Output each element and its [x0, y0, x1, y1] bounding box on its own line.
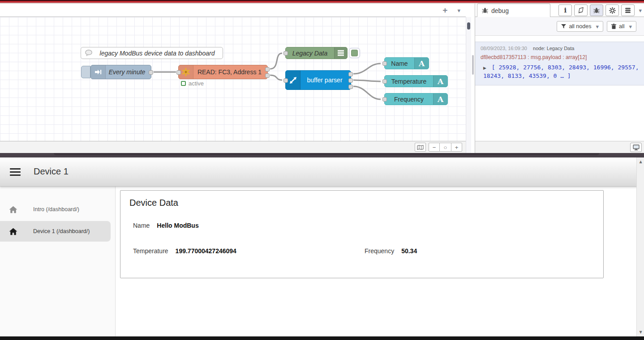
input-port[interactable] [283, 51, 288, 55]
field-label: Name [133, 222, 150, 229]
nav-item-device1[interactable]: Device 1 (/dashboard/) [0, 221, 111, 242]
nav-item-intro[interactable]: Intro (/dashboard/) [0, 199, 111, 220]
input-port[interactable] [382, 61, 387, 66]
field-temperature: Temperature 199.77000427246094 [133, 247, 236, 255]
bug-icon [593, 8, 600, 13]
wire[interactable] [270, 53, 282, 69]
input-port[interactable] [283, 78, 288, 83]
zoom-out-button[interactable]: − [429, 143, 440, 152]
funnel-icon [561, 24, 566, 29]
input-port[interactable] [176, 70, 181, 75]
debug-tab-button[interactable] [590, 4, 603, 16]
field-name: Name Hello ModBus [133, 222, 199, 229]
field-label: Temperature [133, 247, 168, 255]
buffer-parser-node[interactable]: buffer parser [285, 70, 351, 90]
ui-text-node-label: Temperature [385, 78, 433, 85]
scroll-up-arrow[interactable]: ▲ [637, 160, 644, 164]
debug-footer [475, 141, 644, 153]
ui-text-node-label: Name [385, 60, 414, 67]
ui-text-node-label: Frequency [385, 96, 433, 103]
add-flow-button[interactable]: + [442, 5, 447, 15]
flow-workspace: + ▾ legacy ModBus [0, 4, 466, 153]
dashboard-scrollbar[interactable]: ▲ ▼ [636, 157, 644, 336]
flow-canvas[interactable]: legacy ModBus device data to dashboard E… [0, 17, 466, 141]
debug-node-label: Legacy Data [286, 50, 334, 57]
info-tab-button[interactable]: i [558, 4, 572, 16]
input-port[interactable] [382, 79, 387, 84]
debug-msg-timestamp: 08/09/2023, 16:09:30 [481, 46, 527, 51]
node-red-editor: + ▾ legacy ModBus [0, 4, 644, 153]
output-port-2[interactable] [348, 78, 353, 83]
home-icon [9, 228, 17, 235]
menu-hamburger-button[interactable] [10, 168, 21, 176]
zoom-in-button[interactable]: + [451, 143, 462, 152]
debug-node[interactable]: Legacy Data [285, 47, 348, 59]
modbus-read-node[interactable]: READ: FC3, Address 1 [178, 65, 268, 79]
wire[interactable] [353, 80, 381, 81]
debug-clear-label: all [619, 23, 625, 30]
navigator-map-button[interactable] [415, 143, 426, 152]
field-value: 50.34 [401, 247, 417, 255]
tab-debug-label: debug [491, 7, 509, 14]
ui-text-node-temperature[interactable]: Temperature A [384, 75, 448, 87]
output-port-2[interactable] [265, 73, 270, 78]
scrollbar-thumb[interactable] [467, 22, 470, 30]
dashboard-nav-sidebar: Intro (/dashboard/) Device 1 (/dashboard… [0, 187, 116, 336]
debug-toolbar: all nodes ▾ all ▾ [475, 17, 644, 36]
wire[interactable] [270, 75, 282, 80]
monitor-icon [633, 144, 640, 150]
console-list-icon [334, 47, 347, 59]
debug-enable-toggle[interactable] [349, 48, 360, 58]
buffer-parser-node-label: buffer parser [301, 76, 351, 84]
node-status: active [181, 80, 204, 87]
workspace-scrollbar[interactable] [466, 17, 471, 153]
open-debug-window-button[interactable] [630, 143, 642, 152]
database-icon [625, 8, 631, 13]
help-tab-button[interactable] [574, 4, 588, 16]
inject-arrow-icon [91, 65, 106, 79]
flow-list-menu-button[interactable]: ▾ [457, 7, 460, 14]
ui-text-node-frequency[interactable]: Frequency A [384, 93, 448, 105]
inject-trigger-button[interactable] [81, 66, 90, 78]
chevron-down-icon: ▾ [629, 23, 632, 30]
field-label: Frequency [365, 247, 394, 255]
sidebar-resize-handle[interactable] [471, 4, 475, 153]
book-icon [578, 7, 584, 13]
wire[interactable] [353, 86, 381, 99]
debug-filter-button[interactable]: all nodes ▾ [557, 21, 603, 32]
sidebar-header: debug i [475, 4, 644, 17]
field-frequency: Frequency 50.34 [365, 247, 417, 255]
input-port[interactable] [382, 97, 387, 102]
comment-node[interactable]: legacy ModBus device data to dashboard [81, 47, 223, 59]
window-bottom-strip [0, 336, 644, 340]
dashboard-window: Device 1 Intro (/dashboard/) Device 1 (/… [0, 157, 644, 336]
scroll-down-arrow[interactable]: ▼ [637, 330, 644, 334]
output-port[interactable] [149, 70, 153, 75]
sidebar-menu-button[interactable]: ▾ [639, 7, 642, 14]
debug-message[interactable]: 08/09/2023, 16:09:30 node: Legacy Data d… [475, 42, 644, 85]
resize-grip [472, 55, 474, 75]
nav-item-label: Intro (/dashboard/) [26, 206, 79, 212]
config-nodes-tab-button[interactable] [605, 4, 619, 16]
window-top-strip [0, 0, 644, 4]
dashboard-page-title: Device 1 [34, 166, 69, 177]
inject-node-label: Every minute [106, 68, 151, 76]
card-title: Device Data [129, 198, 178, 208]
output-port-1[interactable] [265, 67, 270, 72]
dashboard-main: Device Data Name Hello ModBus Temperatur… [116, 187, 636, 336]
tab-debug[interactable]: debug [477, 4, 550, 17]
wire[interactable] [353, 64, 381, 74]
inject-node[interactable]: Every minute [90, 65, 151, 79]
debug-message-list[interactable]: 08/09/2023, 16:09:30 node: Legacy Data d… [475, 36, 644, 141]
ui-text-node-name[interactable]: Name A [384, 57, 429, 69]
context-data-tab-button[interactable] [621, 4, 635, 16]
modbus-read-node-label: READ: FC3, Address 1 [193, 68, 267, 76]
window-divider-bar [0, 153, 644, 157]
output-port-1[interactable] [348, 72, 353, 76]
flow-tab-bar: + ▾ [0, 4, 466, 17]
debug-clear-button[interactable]: all ▾ [607, 21, 636, 32]
node-status-text: active [189, 80, 204, 87]
expand-payload-caret[interactable]: ▶ [483, 66, 486, 70]
zoom-reset-button[interactable]: ○ [440, 143, 451, 152]
output-port-3[interactable] [348, 85, 353, 89]
